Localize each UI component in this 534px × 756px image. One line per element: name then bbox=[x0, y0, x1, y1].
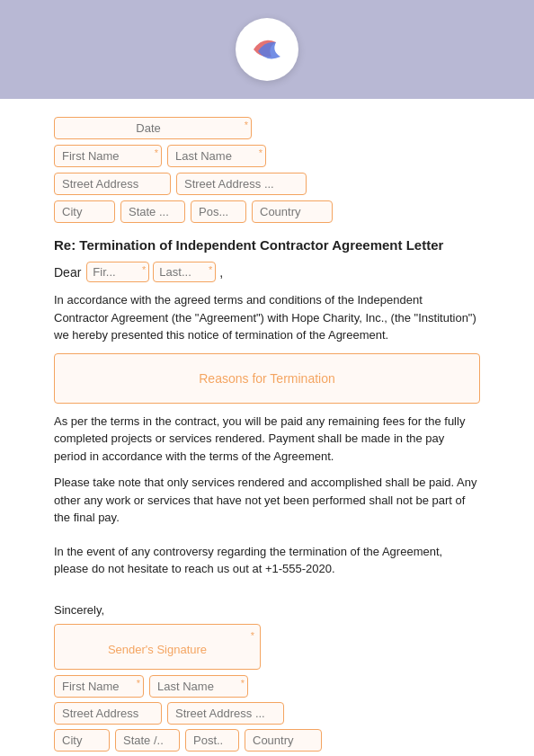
address-row2 bbox=[54, 200, 480, 223]
first-name-input[interactable] bbox=[54, 145, 162, 167]
signature-box[interactable]: * Sender's Signature bbox=[54, 624, 261, 670]
sender-lastname-input[interactable] bbox=[149, 675, 248, 698]
header bbox=[0, 0, 534, 99]
body-paragraph-1: In accordance with the agreed terms and … bbox=[54, 291, 480, 344]
sender-firstname-input[interactable] bbox=[54, 675, 144, 698]
country-input[interactable] bbox=[252, 200, 333, 223]
dear-firstname-input[interactable] bbox=[86, 262, 149, 282]
sender-lastname-wrapper: * bbox=[149, 675, 248, 698]
street2-wrapper bbox=[176, 173, 307, 195]
street2-input[interactable] bbox=[176, 173, 307, 195]
sender-address-row2 bbox=[54, 729, 480, 752]
reasons-placeholder-text: Reasons for Termination bbox=[199, 371, 334, 386]
date-wrapper: * bbox=[54, 117, 252, 139]
postal-wrapper bbox=[191, 200, 246, 223]
sender-country-input[interactable] bbox=[245, 729, 322, 752]
date-row: * bbox=[54, 117, 480, 139]
dear-label: Dear bbox=[54, 265, 81, 280]
dear-firstname-wrapper: * bbox=[86, 262, 149, 282]
sender-street2-wrapper bbox=[167, 702, 284, 725]
sender-state-input[interactable] bbox=[115, 729, 180, 752]
address-row1 bbox=[54, 173, 480, 195]
country-wrapper bbox=[252, 200, 333, 223]
letter-title: Re: Termination of Independent Contracto… bbox=[54, 237, 480, 253]
dear-lastname-wrapper: * bbox=[153, 262, 216, 282]
city-wrapper bbox=[54, 200, 115, 223]
signature-required-star: * bbox=[251, 630, 254, 641]
street1-input[interactable] bbox=[54, 173, 171, 195]
date-input[interactable] bbox=[54, 117, 252, 139]
sender-street1-wrapper bbox=[54, 702, 162, 725]
logo-circle bbox=[236, 18, 298, 81]
reasons-for-termination-box[interactable]: Reasons for Termination bbox=[54, 353, 480, 404]
dear-line: Dear * * , bbox=[54, 262, 480, 282]
sender-postal-input[interactable] bbox=[185, 729, 239, 752]
first-name-wrapper: * bbox=[54, 145, 162, 167]
signature-label: Sender's Signature bbox=[67, 643, 247, 656]
sender-city-input[interactable] bbox=[54, 729, 110, 752]
name-row: * * bbox=[54, 145, 480, 167]
sincerely-text: Sincerely, bbox=[54, 603, 480, 617]
sender-address-row1 bbox=[54, 702, 480, 725]
sender-street2-input[interactable] bbox=[167, 702, 284, 725]
last-name-input[interactable] bbox=[167, 145, 266, 167]
street1-wrapper bbox=[54, 173, 171, 195]
state-input[interactable] bbox=[120, 200, 185, 223]
sender-state-wrapper bbox=[115, 729, 180, 752]
sender-city-wrapper bbox=[54, 729, 110, 752]
body-paragraph-4: In the event of any controversy regardin… bbox=[54, 543, 480, 578]
state-wrapper bbox=[120, 200, 185, 223]
sender-street1-input[interactable] bbox=[54, 702, 162, 725]
last-name-wrapper: * bbox=[167, 145, 266, 167]
sender-country-wrapper bbox=[245, 729, 322, 752]
body-paragraph-2: As per the terms in the contract, you wi… bbox=[54, 413, 480, 466]
page-content: * * * Re bbox=[0, 99, 534, 756]
dear-period: , bbox=[219, 265, 223, 280]
city-input[interactable] bbox=[54, 200, 115, 223]
sender-postal-wrapper bbox=[185, 729, 239, 752]
dear-lastname-input[interactable] bbox=[153, 262, 216, 282]
body-paragraph-3: Please take note that only services rend… bbox=[54, 474, 480, 527]
sender-name-row: * * bbox=[54, 675, 480, 698]
logo-icon bbox=[245, 31, 289, 67]
postal-input[interactable] bbox=[191, 200, 246, 223]
sender-firstname-wrapper: * bbox=[54, 675, 144, 698]
